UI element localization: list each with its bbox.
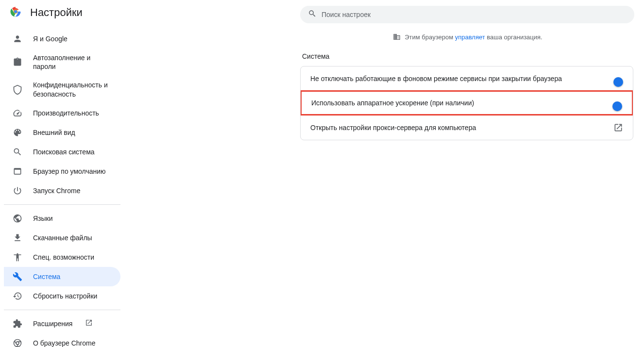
- sidebar-item-label: Я и Google: [33, 34, 68, 43]
- row-label: Открыть настройки прокси-сервера для ком…: [310, 124, 613, 132]
- nav-divider: [4, 204, 120, 205]
- chrome-icon: [13, 338, 22, 347]
- launch-icon: [85, 319, 93, 328]
- sidebar-item-label: Конфиденциальность и безопасность: [33, 81, 112, 98]
- sidebar-item-label: Производительность: [33, 109, 99, 117]
- download-icon: [13, 233, 22, 243]
- window-icon: [13, 166, 22, 176]
- sidebar-item-label: Запуск Chrome: [33, 186, 80, 195]
- settings-row: Не отключать работающие в фоновом режиме…: [301, 66, 633, 91]
- palette-icon: [13, 128, 22, 137]
- launch-icon[interactable]: [613, 123, 623, 132]
- power-icon: [13, 186, 22, 196]
- sidebar-item-label: Поисковая система: [33, 148, 95, 156]
- nav-divider: [4, 310, 120, 310]
- sidebar-item-extension[interactable]: Расширения: [4, 314, 120, 333]
- toggle-switch[interactable]: [620, 101, 622, 104]
- sidebar-item-person[interactable]: Я и Google: [4, 29, 120, 49]
- sidebar-item-palette[interactable]: Внешний вид: [4, 123, 120, 142]
- sidebar-item-label: Система: [33, 272, 60, 281]
- sidebar-item-window[interactable]: Браузер по умолчанию: [4, 162, 120, 181]
- search-input[interactable]: [322, 11, 627, 18]
- sidebar-item-label: Расширения: [33, 319, 72, 328]
- sidebar-item-label: Браузер по умолчанию: [33, 167, 106, 176]
- managed-banner: Этим браузером управляет ваша организаци…: [291, 33, 644, 41]
- sidebar-item-shield[interactable]: Конфиденциальность и безопасность: [4, 76, 120, 103]
- person-icon: [13, 34, 22, 44]
- extension-icon: [13, 319, 22, 329]
- accessibility-icon: [13, 252, 22, 262]
- managed-prefix: Этим браузером: [405, 33, 455, 41]
- sidebar-item-wrench[interactable]: Система: [4, 267, 120, 286]
- sidebar-item-speed[interactable]: Производительность: [4, 103, 120, 123]
- managed-text: Этим браузером управляет ваша организаци…: [405, 33, 542, 41]
- sidebar-item-label: О браузере Chrome: [33, 339, 96, 347]
- sidebar-item-label: Языки: [33, 214, 53, 223]
- sidebar: Я и GoogleАвтозаполнение и паролиКонфиде…: [0, 25, 126, 347]
- sidebar-item-label: Внешний вид: [33, 128, 75, 137]
- main-content: Этим браузером управляет ваша организаци…: [126, 25, 644, 347]
- system-section: Система Не отключать работающие в фоново…: [300, 52, 633, 140]
- building-icon: [393, 33, 401, 41]
- sidebar-item-restore[interactable]: Сбросить настройки: [4, 286, 120, 306]
- wrench-icon: [13, 272, 22, 281]
- settings-row[interactable]: Открыть настройки прокси-сервера для ком…: [301, 115, 633, 140]
- section-title: Система: [300, 52, 633, 60]
- toggle-switch[interactable]: [621, 77, 623, 80]
- row-label: Использовать аппаратное ускорение (при н…: [311, 99, 620, 107]
- speed-icon: [13, 108, 22, 118]
- sidebar-item-label: Скачанные файлы: [33, 233, 92, 242]
- settings-row: Использовать аппаратное ускорение (при н…: [300, 90, 633, 116]
- sidebar-item-power[interactable]: Запуск Chrome: [4, 181, 120, 200]
- sidebar-item-accessibility[interactable]: Спец. возможности: [4, 248, 120, 267]
- sidebar-item-search[interactable]: Поисковая система: [4, 142, 120, 162]
- page-title: Настройки: [30, 6, 83, 19]
- row-label: Не отключать работающие в фоновом режиме…: [310, 75, 621, 83]
- sidebar-item-label: Сбросить настройки: [33, 292, 97, 300]
- sidebar-item-globe[interactable]: Языки: [4, 209, 120, 228]
- shield-icon: [13, 85, 22, 95]
- sidebar-item-chrome[interactable]: О браузере Chrome: [4, 333, 120, 347]
- sidebar-item-label: Спец. возможности: [33, 253, 94, 262]
- sidebar-item-clipboard[interactable]: Автозаполнение и пароли: [4, 49, 120, 76]
- chrome-logo-icon: [10, 6, 21, 19]
- sidebar-item-label: Автозаполнение и пароли: [33, 53, 112, 71]
- sidebar-item-download[interactable]: Скачанные файлы: [4, 228, 120, 248]
- settings-card: Не отключать работающие в фоновом режиме…: [300, 66, 633, 140]
- svg-point-4: [16, 342, 19, 345]
- clipboard-icon: [13, 57, 22, 67]
- search-box[interactable]: [300, 6, 634, 23]
- globe-icon: [13, 214, 22, 223]
- search-container: [300, 6, 634, 23]
- search-icon: [308, 9, 317, 20]
- search-icon: [13, 147, 22, 157]
- restore-icon: [13, 291, 22, 301]
- managed-link[interactable]: управляет: [455, 33, 485, 41]
- managed-suffix: ваша организация.: [485, 33, 542, 41]
